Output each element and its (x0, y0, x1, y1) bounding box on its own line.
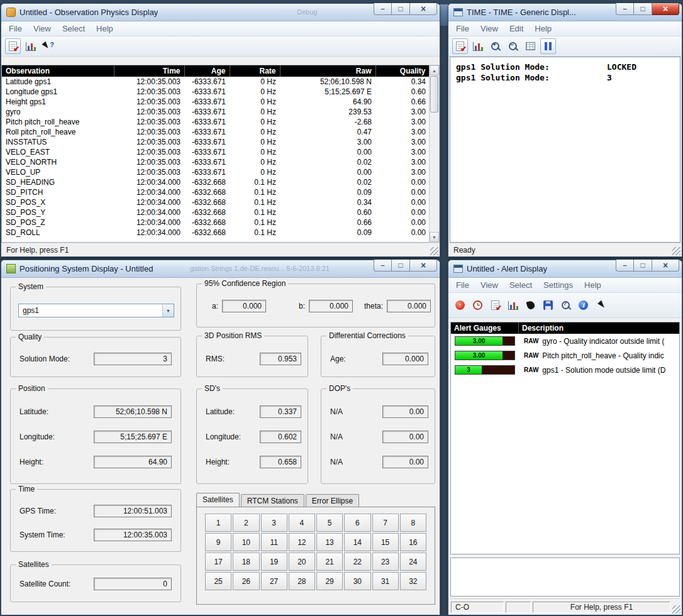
scroll-thumb[interactable] (430, 76, 438, 113)
maximize-button[interactable] (392, 3, 410, 15)
info-toolbar-button[interactable]: i (575, 297, 591, 313)
satellite-cell-6[interactable]: 6 (344, 514, 370, 532)
search-toolbar-button[interactable]: ? (558, 297, 574, 313)
observation-row[interactable]: INSSTATUS12:00:35.003-6333.6710 Hz3.003.… (2, 137, 429, 147)
satellite-cell-30[interactable]: 30 (344, 572, 370, 590)
observation-row[interactable]: SD_ROLL12:00:34.000-6332.6680.1 Hz0.090.… (2, 228, 429, 238)
observation-row[interactable]: Latitude gps112:00:35.003-6333.6710 Hz52… (2, 77, 429, 87)
minimize-button[interactable] (374, 260, 392, 272)
observation-row[interactable]: Pitch pitch_roll_heave12:00:35.003-6333.… (2, 117, 429, 127)
validate-toolbar-button[interactable] (487, 297, 503, 313)
observation-row[interactable]: gyro12:00:35.003-6333.6710 Hz239.533.00 (2, 107, 429, 117)
tab-error-ellipse[interactable]: Error Ellipse (306, 494, 359, 507)
menu-item-select[interactable]: Select (57, 23, 90, 35)
menu-item-help[interactable]: Help (530, 23, 557, 35)
column-header-observation[interactable]: Observation (2, 65, 114, 77)
menu-item-file[interactable]: File (451, 23, 474, 35)
satellite-cell-19[interactable]: 19 (261, 553, 287, 571)
close-button[interactable] (652, 260, 679, 272)
chart-toolbar-button[interactable] (23, 38, 38, 54)
satellite-cell-28[interactable]: 28 (289, 572, 315, 590)
context-help-toolbar-button[interactable] (40, 38, 56, 54)
chart-toolbar-button[interactable] (470, 38, 486, 54)
pause-toolbar-button[interactable] (540, 38, 556, 54)
vertical-scrollbar[interactable] (429, 65, 440, 243)
satellite-cell-23[interactable]: 23 (372, 553, 399, 571)
scroll-down-button[interactable] (430, 232, 439, 242)
system-combobox[interactable]: gps1 (18, 304, 174, 317)
resize-grip[interactable] (430, 247, 438, 255)
column-header-time[interactable]: Time (114, 65, 184, 77)
satellite-cell-20[interactable]: 20 (289, 553, 315, 571)
satellite-cell-4[interactable]: 4 (289, 514, 315, 532)
alert-titlebar[interactable]: Untitled - Alert Display (448, 260, 682, 278)
satellite-cell-7[interactable]: 7 (372, 514, 399, 532)
minimize-button[interactable] (616, 3, 634, 15)
satellite-cell-32[interactable]: 32 (400, 572, 426, 590)
maximize-button[interactable] (634, 260, 652, 272)
satellite-cell-11[interactable]: 11 (261, 533, 287, 551)
menu-item-select[interactable]: Select (504, 279, 537, 291)
combobox-dropdown-button[interactable] (162, 304, 174, 317)
satellite-cell-14[interactable]: 14 (344, 533, 370, 551)
satellite-cell-13[interactable]: 13 (316, 533, 343, 551)
zoom-out-toolbar-button[interactable]: − (505, 38, 521, 54)
observation-row[interactable]: SD_POS_Y12:00:34.000-6332.6680.1 Hz0.600… (2, 207, 429, 217)
satellite-cell-29[interactable]: 29 (316, 572, 343, 590)
menu-item-view[interactable]: View (475, 279, 503, 291)
menu-item-view[interactable]: View (28, 23, 56, 35)
column-header-description[interactable]: Description (519, 322, 679, 334)
satellite-cell-18[interactable]: 18 (233, 553, 259, 571)
time-titlebar[interactable]: TIME - TIME - Generic Displ... (448, 4, 682, 21)
column-header-quality[interactable]: Quality (375, 65, 429, 77)
observation-row[interactable]: SD_POS_X12:00:34.000-6332.6680.1 Hz0.340… (2, 197, 429, 207)
alert-row[interactable]: 3.00RAWgyro - Quality indicator outside … (451, 334, 679, 348)
observation-row[interactable]: Roll pitch_roll_heave12:00:35.003-6333.6… (2, 127, 429, 137)
menu-item-help[interactable]: Help (91, 23, 118, 35)
satellite-cell-5[interactable]: 5 (316, 514, 343, 532)
resize-grip[interactable] (672, 247, 680, 255)
resize-grip[interactable] (672, 605, 680, 613)
column-header-age[interactable]: Age (184, 65, 230, 77)
satellite-cell-22[interactable]: 22 (344, 553, 370, 571)
validate-toolbar-button[interactable] (5, 38, 21, 54)
maximize-button[interactable] (634, 3, 652, 15)
satellite-cell-9[interactable]: 9 (205, 533, 231, 551)
zoom-in-toolbar-button[interactable]: + (487, 38, 503, 54)
menu-item-view[interactable]: View (475, 23, 503, 35)
satellite-cell-21[interactable]: 21 (316, 553, 343, 571)
grid-toolbar-button[interactable] (523, 38, 538, 54)
satellite-cell-10[interactable]: 10 (233, 533, 259, 551)
observation-row[interactable]: SD_POS_Z12:00:34.000-6332.6680.1 Hz0.660… (2, 217, 429, 228)
tab-satellites[interactable]: Satellites (196, 493, 240, 507)
close-button[interactable] (410, 260, 437, 272)
satellite-cell-27[interactable]: 27 (261, 572, 287, 590)
observation-row[interactable]: VELO_UP12:00:35.003-6333.6710 Hz0.003.00 (2, 167, 429, 177)
scroll-track[interactable] (430, 113, 439, 232)
close-button[interactable] (652, 3, 679, 15)
alarm-history-toolbar-button[interactable] (470, 297, 486, 313)
satellite-cell-3[interactable]: 3 (261, 514, 287, 532)
save-toolbar-button[interactable] (540, 297, 556, 313)
satellite-cell-31[interactable]: 31 (372, 572, 399, 590)
observation-row[interactable]: VELO_NORTH12:00:35.003-6333.6710 Hz0.023… (2, 157, 429, 167)
menu-item-file[interactable]: File (451, 279, 474, 291)
close-button[interactable] (410, 3, 437, 15)
scroll-up-button[interactable] (430, 65, 439, 75)
pointer-toolbar-button[interactable] (593, 297, 609, 313)
observation-row[interactable]: Height gps112:00:35.003-6333.6710 Hz64.9… (2, 97, 429, 107)
validate-toolbar-button[interactable] (452, 38, 468, 54)
observation-row[interactable]: SD_HEADING12:00:34.000-6332.6680.1 Hz0.0… (2, 177, 429, 187)
column-header-raw[interactable]: Raw (280, 65, 375, 77)
satellite-cell-12[interactable]: 12 (289, 533, 315, 551)
alert-row[interactable]: 3RAWgps1 - Solution mode outside limit (… (451, 363, 679, 377)
menu-item-file[interactable]: File (4, 23, 27, 35)
positioning-titlebar[interactable]: Positioning System Display - Untitled ga… (1, 260, 440, 278)
satellite-cell-17[interactable]: 17 (205, 553, 231, 571)
satellite-cell-25[interactable]: 25 (205, 572, 231, 590)
maximize-button[interactable] (392, 260, 410, 272)
menu-item-settings[interactable]: Settings (538, 279, 578, 291)
satellite-cell-1[interactable]: 1 (205, 514, 231, 532)
observation-row[interactable]: SD_PITCH12:00:34.000-6332.6680.1 Hz0.090… (2, 187, 429, 197)
satellite-cell-16[interactable]: 16 (400, 533, 426, 551)
